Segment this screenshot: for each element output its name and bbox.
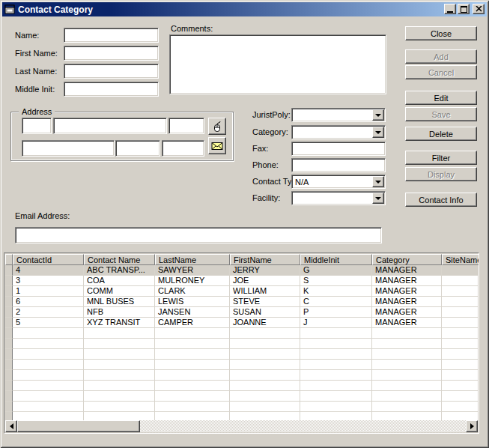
grid-row[interactable] <box>5 391 478 402</box>
grid-row[interactable]: 3COAMULRONEYJOESMANAGER <box>5 276 478 286</box>
grid-row[interactable]: 1COMMCLARKWILLIAMKMANAGER <box>5 286 478 297</box>
row-selector-cell[interactable] <box>5 412 13 420</box>
grid-cell[interactable]: 4 <box>13 265 84 276</box>
grid-cell[interactable]: COA <box>84 276 155 286</box>
row-selector-cell[interactable] <box>5 391 13 402</box>
grid-cell[interactable]: SUSAN <box>230 307 300 318</box>
grid-horizontal-scrollbar[interactable] <box>5 420 478 432</box>
grid-cell[interactable]: MNL BUSES <box>84 297 155 307</box>
grid-cell[interactable] <box>442 297 478 307</box>
middle-init-field[interactable] <box>64 82 159 97</box>
maximize-button[interactable] <box>458 4 470 14</box>
row-selector-cell[interactable] <box>5 402 13 412</box>
name-field[interactable] <box>64 28 159 43</box>
comments-textarea[interactable] <box>169 34 386 94</box>
scrollbar-thumb[interactable] <box>17 420 140 432</box>
grid-cell[interactable]: JERRY <box>230 265 300 276</box>
address-row2-field-2[interactable] <box>115 140 160 157</box>
grid-row[interactable] <box>5 328 478 339</box>
grid-cell[interactable]: JOE <box>230 276 300 286</box>
grid-cell[interactable]: LEWIS <box>155 297 230 307</box>
category-dropdown-button[interactable] <box>372 127 384 138</box>
grid-cell[interactable]: 3 <box>13 276 84 286</box>
close-window-button[interactable] <box>473 4 485 14</box>
grid-cell[interactable]: MANAGER <box>372 318 442 328</box>
row-selector-cell[interactable] <box>5 328 13 339</box>
facility-dropdown-button[interactable] <box>372 193 384 204</box>
grid-cell[interactable] <box>442 286 478 297</box>
grid-cell[interactable]: 5 <box>13 318 84 328</box>
grid-cell[interactable]: S <box>300 276 372 286</box>
grid-cell[interactable]: C <box>300 297 372 307</box>
grid-cell[interactable]: JANSEN <box>155 307 230 318</box>
contact-type-combo[interactable]: N/A <box>291 175 386 189</box>
grid-cell[interactable]: COMM <box>84 286 155 297</box>
grid-row[interactable] <box>5 360 478 370</box>
form-icon[interactable] <box>4 4 15 14</box>
grid-cell[interactable]: NFB <box>84 307 155 318</box>
last-name-field[interactable] <box>64 64 159 79</box>
first-name-field[interactable] <box>64 46 159 61</box>
address-row1-field-3[interactable] <box>168 118 204 134</box>
address-row1-field-2[interactable] <box>53 118 167 134</box>
phone-field[interactable] <box>291 158 386 172</box>
address-row2-field-1[interactable] <box>22 140 115 157</box>
contact-type-dropdown-button[interactable] <box>372 176 384 187</box>
category-combo[interactable] <box>291 125 386 139</box>
grid-row[interactable] <box>5 412 478 420</box>
envelope-button[interactable] <box>208 137 226 154</box>
row-selector-cell[interactable] <box>5 276 13 286</box>
grid-cell[interactable]: 2 <box>13 307 84 318</box>
grid-cell[interactable]: CLARK <box>155 286 230 297</box>
grid-cell[interactable]: P <box>300 307 372 318</box>
grid-cell[interactable]: CAMPER <box>155 318 230 328</box>
grid-cell[interactable] <box>442 265 478 276</box>
grid-cell[interactable]: STEVE <box>230 297 300 307</box>
grid-row[interactable] <box>5 339 478 349</box>
row-selector-cell[interactable] <box>5 286 13 297</box>
row-selector-cell[interactable] <box>5 360 13 370</box>
grid-cell[interactable]: XYZ TRANSIT <box>84 318 155 328</box>
grid-cell[interactable] <box>442 318 478 328</box>
grid-cell[interactable]: J <box>300 318 372 328</box>
fax-field[interactable] <box>291 142 386 156</box>
email-field[interactable] <box>15 227 382 243</box>
grid-row[interactable]: 2NFBJANSENSUSANPMANAGER <box>5 307 478 318</box>
grid-cell[interactable]: JOANNE <box>230 318 300 328</box>
grid-cell[interactable]: ABC TRANSP... <box>84 265 155 276</box>
address-row1-field-1[interactable] <box>22 118 52 134</box>
mouse-button[interactable] <box>208 118 226 135</box>
grid-row[interactable] <box>5 349 478 360</box>
grid-cell[interactable]: 6 <box>13 297 84 307</box>
grid-row[interactable] <box>5 381 478 391</box>
grid-cell[interactable]: 1 <box>13 286 84 297</box>
grid-cell[interactable]: MULRONEY <box>155 276 230 286</box>
grid-row[interactable]: 6MNL BUSESLEWISSTEVECMANAGER <box>5 297 478 307</box>
grid-cell[interactable]: MANAGER <box>372 307 442 318</box>
grid-row[interactable] <box>5 402 478 412</box>
edit-button[interactable]: Edit <box>405 91 477 105</box>
address-row2-field-3[interactable] <box>162 140 204 157</box>
scroll-left-button[interactable] <box>5 420 17 432</box>
row-selector-cell[interactable] <box>5 370 13 381</box>
grid-cell[interactable]: MANAGER <box>372 276 442 286</box>
row-selector-cell[interactable] <box>5 349 13 360</box>
grid-cell[interactable]: MANAGER <box>372 297 442 307</box>
grid-cell[interactable]: WILLIAM <box>230 286 300 297</box>
juristpoly-dropdown-button[interactable] <box>372 109 384 121</box>
filter-button[interactable]: Filter <box>405 151 477 165</box>
juristpoly-combo[interactable] <box>291 108 386 122</box>
grid-cell[interactable] <box>442 276 478 286</box>
grid-cell[interactable]: SAWYER <box>155 265 230 276</box>
close-button[interactable]: Close <box>405 26 477 40</box>
minimize-button[interactable] <box>444 4 456 14</box>
scroll-right-button[interactable] <box>466 420 478 432</box>
grid-row[interactable]: 4ABC TRANSP...SAWYERJERRYGMANAGER <box>5 265 478 276</box>
row-selector-cell[interactable] <box>5 297 13 307</box>
grid-cell[interactable]: MANAGER <box>372 286 442 297</box>
contact-info-button[interactable]: Contact Info <box>405 193 477 207</box>
facility-combo[interactable] <box>291 191 386 205</box>
row-selector-cell[interactable] <box>5 265 13 276</box>
row-selector-cell[interactable] <box>5 307 13 318</box>
grid-cell[interactable] <box>442 307 478 318</box>
